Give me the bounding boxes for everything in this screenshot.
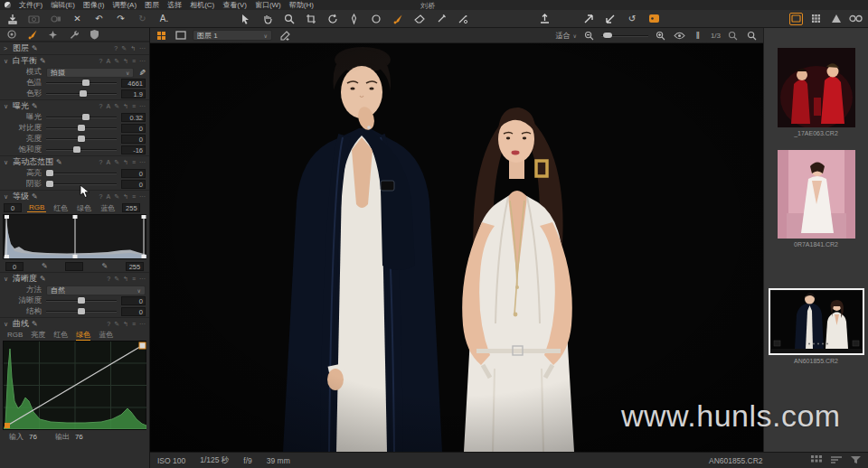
edit-icon[interactable]: ✎	[56, 158, 62, 166]
menu-select[interactable]: 选择	[167, 0, 182, 10]
tint-slider[interactable]	[46, 89, 117, 98]
edit-icon[interactable]: ✎	[121, 45, 127, 52]
edit-icon[interactable]: ✎	[32, 44, 38, 52]
chevron-down-icon[interactable]: ∨	[4, 103, 10, 110]
copy-icon[interactable]: ↰	[123, 193, 128, 201]
rotate-tool-icon[interactable]	[326, 13, 339, 25]
more-icon[interactable]: ···	[139, 58, 146, 65]
tab-brush-icon[interactable]	[26, 29, 38, 40]
menu-image[interactable]: 图像(I)	[83, 0, 105, 10]
menu-adjust[interactable]: 调整(A)	[112, 0, 137, 10]
thumbnail-item[interactable]: 0R7A1841.CR2	[778, 150, 855, 248]
shadow-value[interactable]: 0	[121, 180, 146, 189]
saturation-slider[interactable]	[46, 145, 117, 154]
edit-icon[interactable]: ✎	[114, 58, 119, 65]
grid-view-icon[interactable]	[809, 13, 823, 25]
wb-eyedropper-icon[interactable]: ✎	[137, 69, 146, 76]
reset-icon[interactable]: ↻	[136, 13, 149, 25]
copy-icon[interactable]: ↰	[123, 321, 128, 328]
select-tool-icon[interactable]	[239, 13, 252, 25]
lens-icon[interactable]	[49, 13, 62, 25]
curve-tab-blue[interactable]: 蓝色	[99, 330, 113, 340]
viewer-workspace-icon[interactable]	[789, 13, 803, 25]
curve-tab-red[interactable]: 红色	[53, 330, 68, 340]
undo-icon[interactable]: ↶	[92, 13, 106, 25]
tint-value[interactable]: 1.9	[121, 89, 146, 98]
preset-icon[interactable]: ≡	[132, 193, 136, 201]
edit-icon[interactable]: ✎	[114, 103, 119, 110]
menu-layer[interactable]: 图层	[145, 0, 159, 10]
saturation-value[interactable]: -16	[121, 145, 146, 154]
path-tool-icon[interactable]	[347, 13, 361, 25]
auto-icon[interactable]: A	[106, 159, 110, 166]
reset-adjustments-icon[interactable]: ↺	[626, 13, 639, 25]
curve-output-value[interactable]: 76	[75, 433, 83, 441]
gradient-tool-icon[interactable]	[434, 13, 448, 25]
levels-output-max[interactable]: 255	[126, 262, 144, 271]
levels-input-max[interactable]: 255	[122, 203, 140, 212]
curve-tab-rgb[interactable]: RGB	[7, 331, 23, 339]
zoom-out-icon[interactable]	[582, 29, 596, 42]
auto-icon[interactable]: A	[106, 58, 110, 65]
chevron-down-icon[interactable]: ∨	[4, 276, 10, 283]
eye-icon[interactable]	[673, 29, 686, 42]
edit-icon[interactable]: ✎	[114, 276, 119, 283]
highlight-value[interactable]: 0	[121, 169, 146, 178]
levels-histogram[interactable]	[3, 214, 146, 259]
more-icon[interactable]: ···	[139, 45, 146, 52]
search-icon[interactable]	[745, 29, 759, 42]
redo-icon[interactable]: ↷	[114, 13, 127, 25]
levels-mid-box[interactable]	[65, 262, 83, 271]
more-icon[interactable]: ···	[139, 276, 146, 283]
zoom-in-icon[interactable]	[654, 29, 667, 42]
menu-view[interactable]: 查看(V)	[222, 0, 247, 10]
zoom-slider[interactable]	[601, 31, 648, 40]
edit-icon[interactable]: ✎	[114, 193, 119, 201]
preset-icon[interactable]: ≡	[132, 276, 136, 283]
preset-icon[interactable]: ≡	[132, 58, 136, 65]
loupe-icon[interactable]	[726, 29, 740, 42]
clarity-value[interactable]: 0	[121, 296, 146, 305]
thumbnail-item-selected[interactable]: AN601855.CR2	[769, 254, 864, 364]
levels-tab-rgb[interactable]: RGB	[27, 203, 46, 212]
proof-glasses-icon[interactable]	[849, 13, 863, 25]
highlight-picker-icon[interactable]: ✎	[101, 262, 108, 270]
copy-icon[interactable]: ↰	[123, 103, 128, 110]
exposure-value[interactable]: 0.32	[121, 113, 146, 122]
more-icon[interactable]: ···	[139, 193, 146, 201]
chevron-right-icon[interactable]: >	[4, 45, 10, 51]
clarity-slider[interactable]	[46, 296, 117, 305]
brightness-slider[interactable]	[46, 135, 117, 144]
curve-tab-luma[interactable]: 亮度	[31, 330, 45, 340]
sort-icon[interactable]	[831, 455, 842, 466]
preset-icon[interactable]: ≡	[132, 321, 136, 328]
delete-icon[interactable]: ✕	[71, 13, 84, 25]
edit-icon[interactable]: ✎	[32, 320, 38, 328]
copy-icon[interactable]: ↰	[123, 276, 128, 283]
chevron-down-icon[interactable]: ∨	[4, 58, 10, 65]
help-icon[interactable]: ?	[107, 276, 110, 283]
brush-tool-icon[interactable]	[391, 13, 404, 25]
tab-star-icon[interactable]	[47, 29, 59, 40]
auto-icon[interactable]: A	[106, 193, 110, 201]
brightness-value[interactable]: 0	[121, 135, 146, 144]
copy-icon[interactable]: ↰	[123, 159, 128, 166]
draw-mask-icon[interactable]	[278, 29, 291, 42]
edit-icon[interactable]: ✎	[40, 57, 46, 65]
preset-icon[interactable]: ≡	[132, 159, 136, 166]
help-icon[interactable]: ?	[107, 321, 110, 328]
heal-tool-icon[interactable]	[456, 13, 469, 25]
menu-window[interactable]: 窗口(W)	[255, 0, 281, 10]
structure-value[interactable]: 0	[121, 307, 146, 316]
levels-output-min[interactable]: 0	[5, 262, 24, 271]
curve-graph[interactable]	[3, 341, 146, 430]
photo-canvas[interactable]	[150, 43, 763, 452]
exposure-slider[interactable]	[46, 113, 117, 122]
menu-help[interactable]: 帮助(H)	[289, 0, 314, 10]
styles-icon[interactable]	[647, 13, 661, 25]
annotate-icon[interactable]: A.	[157, 13, 171, 25]
edit-icon[interactable]: ✎	[32, 102, 38, 110]
highlight-slider[interactable]	[46, 169, 117, 178]
structure-slider[interactable]	[46, 307, 117, 316]
levels-tab-red[interactable]: 红色	[52, 203, 70, 213]
